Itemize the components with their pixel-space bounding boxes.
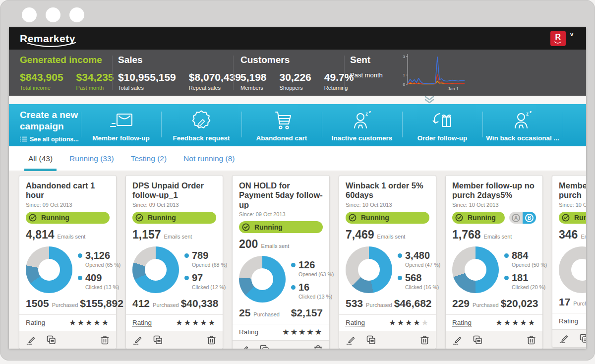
star-icon[interactable]: ★ [495,318,503,327]
stat-label: Shoppers [280,85,311,91]
rating-stars[interactable]: ★★★★★ [495,319,536,327]
card-title: Member follow-up no purch [559,181,586,200]
star-icon[interactable]: ★ [208,318,216,327]
stat-label: Past month [76,85,114,91]
account-menu[interactable]: R v [550,31,573,46]
star-icon[interactable]: ★ [520,318,528,327]
star-icon[interactable]: ★ [421,318,429,327]
edit-icon[interactable] [239,345,249,349]
rating-stars[interactable]: ★★★★★ [69,319,110,327]
star-icon[interactable]: ★ [192,318,200,327]
legend-dot-opened [184,253,189,258]
ab-variant-b[interactable]: B [523,212,536,224]
tab-not-running[interactable]: Not running (8) [182,146,236,171]
duplicate-icon[interactable] [260,345,269,349]
sent-line-chart: 310Jan 1 [400,52,474,95]
star-icon[interactable]: ★ [291,328,298,336]
status-label: Running [148,214,176,222]
edit-icon[interactable] [346,335,356,345]
svg-text:1: 1 [403,73,406,77]
star-icon[interactable]: ★ [85,318,93,327]
star-icon[interactable]: ★ [184,318,192,327]
account-caret-icon[interactable]: v [570,31,573,37]
opened-value: 126 [298,259,315,271]
emails-sent-value: 346 [559,228,578,242]
delete-icon[interactable] [207,335,216,345]
star-icon[interactable]: ★ [200,318,208,327]
star-icon[interactable]: ★ [512,318,520,327]
star-icon[interactable]: ★ [315,328,323,336]
star-icon[interactable]: ★ [413,318,421,327]
status-badge: Running [346,212,429,224]
campaign-type-label: Abandoned cart [256,134,307,142]
campaign-type-member-follow-up[interactable]: Member follow-up [81,104,161,146]
collapse-strip [9,96,586,104]
edit-icon[interactable] [133,335,142,345]
campaign-type-order-follow-up[interactable]: Order follow-up [402,104,482,146]
rating-stars[interactable]: ★★★★★ [389,319,429,327]
purchased-value: 1505 [26,298,49,309]
tab-running[interactable]: Running (33) [68,146,115,171]
rating-label[interactable]: Rating [559,317,578,325]
duplicate-icon[interactable] [366,335,376,345]
campaign-type-abandoned-cart[interactable]: Abandoned cart [241,104,322,146]
card-since-date: Since: 10 Oct 2013 [559,202,586,208]
ab-test-toggle[interactable]: A B [509,212,536,224]
clicked-label: Clicked (13 %) [85,284,120,290]
rating-stars[interactable]: ★★★★★ [176,319,216,327]
star-icon[interactable]: ★ [397,318,405,327]
duplicate-icon[interactable] [473,335,482,345]
campaign-type-rewards[interactable]: Rewards [563,104,586,146]
rating-label[interactable]: Rating [132,319,152,327]
star-icon[interactable]: ★ [69,318,77,327]
delete-icon[interactable] [527,335,536,345]
purchased-label: Purchased [366,302,392,308]
campaign-card-list: Abandoned cart 1 hour Since: 09 Oct 2013… [9,171,586,349]
remarkety-logo[interactable]: Remarkety [20,33,75,45]
duplicate-icon[interactable] [153,335,163,345]
star-icon[interactable]: ★ [282,328,290,336]
star-icon[interactable]: ★ [528,318,536,327]
ab-variant-a[interactable]: A [509,212,523,224]
envelope-icon [108,109,134,132]
star-icon[interactable]: ★ [504,318,512,327]
seal-pencil-icon [190,109,213,132]
duplicate-icon[interactable] [47,335,56,345]
rating-label[interactable]: Rating [452,319,472,327]
star-icon[interactable]: ★ [93,318,101,327]
campaign-type-list: Member follow-up Feedback request [81,104,586,146]
status-label: Running [41,214,69,222]
chevron-double-down-icon[interactable] [424,96,435,104]
rating-stars[interactable]: ★★★★★ [282,328,323,336]
emails-sent-value: 1,768 [452,228,481,242]
account-avatar-badge[interactable]: R [550,31,566,46]
campaign-type-win-back[interactable]: z z Win back occasional ... [482,104,563,146]
card-since-date: Since: 10 Oct 2013 [346,202,429,208]
delete-icon[interactable] [101,335,109,345]
star-icon[interactable]: ★ [306,328,314,336]
rating-label[interactable]: Rating [26,319,45,327]
delete-icon[interactable] [420,335,429,345]
campaign-type-feedback-request[interactable]: Feedback request [161,104,241,146]
tab-testing[interactable]: Testing (2) [130,146,168,171]
star-icon[interactable]: ★ [389,318,397,327]
duplicate-icon[interactable] [580,334,586,343]
svg-text:3: 3 [403,55,406,59]
delete-icon[interactable] [314,345,322,349]
edit-icon[interactable] [26,335,36,345]
status-badge: Running [452,212,505,224]
see-all-options-link[interactable]: See all options... [20,136,87,143]
campaign-type-inactive-customers[interactable]: z z Inactive customers [322,104,402,146]
edit-icon[interactable] [453,335,462,345]
rating-label[interactable]: Rating [239,328,258,336]
star-icon[interactable]: ★ [405,318,413,327]
campaign-card: Member follow-up no purch Since: 10 Oct … [552,175,586,348]
star-icon[interactable]: ★ [77,318,85,327]
star-icon[interactable]: ★ [176,318,183,327]
edit-icon[interactable] [559,334,569,343]
rating-label[interactable]: Rating [346,319,365,327]
purchased-label: Purchased [253,311,280,317]
tab-all[interactable]: All (43) [27,146,54,171]
star-icon[interactable]: ★ [298,328,306,336]
star-icon[interactable]: ★ [102,318,110,327]
